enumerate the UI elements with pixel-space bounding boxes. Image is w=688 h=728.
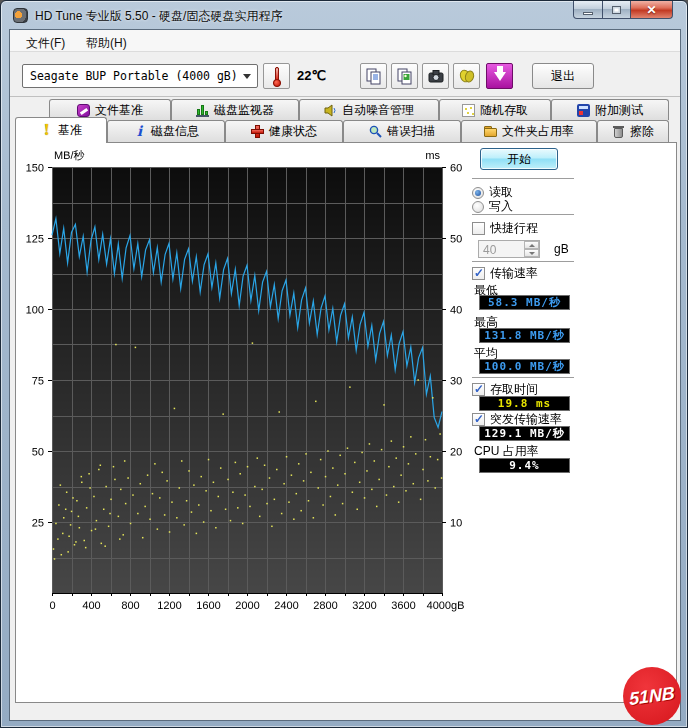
tab-folder-usage[interactable]: 文件夹占用率 [461, 120, 597, 142]
benchmark-chart [10, 145, 480, 625]
temperature-value: 22℃ [297, 68, 326, 83]
hand-button[interactable] [453, 63, 480, 89]
tab-extra-tests[interactable]: 附加测试 [551, 99, 669, 120]
tab-label: 磁盘信息 [151, 123, 199, 140]
tab-label: 基准 [58, 122, 82, 139]
tab-health[interactable]: 健康状态 [225, 120, 343, 142]
short-stroke-checkbox[interactable] [472, 222, 485, 235]
tab-label: 附加测试 [595, 102, 643, 119]
spin-up-button[interactable] [524, 241, 539, 249]
speaker-icon [324, 104, 337, 117]
magnifier-icon [369, 125, 382, 138]
minimize-icon [583, 12, 593, 15]
max-value-display: 131.8 MB/秒 [479, 328, 570, 343]
copy-image-icon [392, 64, 417, 88]
drive-select[interactable]: Seagate BUP Portable (4000 gB) [22, 64, 258, 88]
tab-label: 文件基准 [95, 102, 143, 119]
menu-bar: 文件(F) 帮助(H) [10, 30, 680, 52]
tab-label: 随机存取 [480, 102, 528, 119]
short-stroke-input[interactable]: 40 [478, 240, 540, 258]
app-icon [13, 8, 28, 23]
avg-value-display: 100.0 MB/秒 [479, 359, 570, 374]
tab-label: 健康状态 [269, 123, 317, 140]
tab-disk-monitor[interactable]: 磁盘监视器 [171, 99, 299, 120]
maximize-button[interactable] [603, 1, 631, 19]
menu-file[interactable]: 文件(F) [20, 33, 71, 54]
window-title: HD Tune 专业版 5.50 - 硬盘/固态硬盘实用程序 [35, 8, 282, 25]
menu-help[interactable]: 帮助(H) [80, 33, 133, 54]
transfer-rate-checkbox[interactable] [472, 267, 485, 280]
tab-label: 磁盘监视器 [214, 102, 274, 119]
short-stroke-unit: gB [554, 242, 569, 256]
calculator-icon [577, 104, 590, 117]
radio-write-row[interactable]: 写入 [472, 198, 513, 215]
title-bar[interactable]: HD Tune 专业版 5.50 - 硬盘/固态硬盘实用程序 ✕ [1, 1, 687, 29]
51nb-logo: 51NB [623, 667, 681, 725]
min-value-display: 58.3 MB/秒 [479, 295, 570, 310]
separator [472, 178, 574, 180]
client-area: 文件(F) 帮助(H) Seagate BUP Portable (4000 g… [9, 29, 681, 721]
access-time-checkbox[interactable] [472, 383, 485, 396]
trash-icon [612, 125, 625, 138]
chevron-down-icon [243, 74, 251, 79]
app-window: HD Tune 专业版 5.50 - 硬盘/固态硬盘实用程序 ✕ 文件(F) 帮… [0, 0, 688, 728]
separator [472, 377, 574, 379]
short-stroke-label: 快捷行程 [490, 220, 538, 237]
random-access-icon [462, 104, 475, 117]
tab-label: 擦除 [630, 123, 654, 140]
maximize-icon [612, 6, 621, 14]
tab-label: 错误扫描 [387, 123, 435, 140]
benchmark-icon: ! [40, 124, 53, 137]
tab-label: 文件夹占用率 [502, 123, 574, 140]
screenshot-button[interactable] [422, 63, 449, 89]
read-radio[interactable] [472, 187, 484, 199]
cpu-usage-display: 9.4% [479, 458, 570, 473]
51nb-logo-text: 51NB [629, 682, 675, 710]
burst-rate-display: 129.1 MB/秒 [479, 426, 570, 441]
burst-rate-checkbox[interactable] [472, 413, 485, 426]
close-icon: ✕ [646, 2, 656, 18]
close-button[interactable]: ✕ [631, 1, 673, 19]
health-cross-icon [251, 125, 264, 138]
start-button[interactable]: 开始 [480, 148, 558, 170]
tab-random-access[interactable]: 随机存取 [439, 99, 551, 120]
write-radio[interactable] [472, 201, 484, 213]
separator [472, 214, 574, 216]
down-arrow-icon [487, 64, 512, 88]
copy-text-icon [361, 64, 386, 88]
short-stroke-value: 40 [483, 243, 496, 257]
minimize-button[interactable] [573, 1, 603, 19]
transfer-rate-row[interactable]: 传输速率 [472, 265, 538, 282]
write-label: 写入 [489, 198, 513, 215]
short-stroke-spinner: 40 gB [478, 240, 569, 258]
copy-text-button[interactable] [360, 63, 387, 89]
tab-benchmark[interactable]: ! 基准 [15, 117, 107, 143]
short-stroke-row[interactable]: 快捷行程 [472, 220, 538, 237]
exit-button[interactable]: 退出 [532, 63, 594, 89]
tab-error-scan[interactable]: 错误扫描 [343, 120, 461, 142]
folder-icon [484, 125, 497, 138]
tab-erase[interactable]: 擦除 [597, 120, 669, 142]
copy-image-button[interactable] [391, 63, 418, 89]
tab-disk-info[interactable]: i 磁盘信息 [107, 120, 225, 142]
file-benchmark-icon [77, 104, 90, 117]
camera-icon [423, 64, 448, 88]
hand-icon [454, 64, 479, 88]
tab-aam[interactable]: 自动噪音管理 [299, 99, 439, 120]
tab-label: 自动噪音管理 [342, 102, 414, 119]
disk-monitor-icon [196, 104, 209, 117]
info-icon: i [133, 125, 146, 138]
thermometer-icon [273, 67, 281, 86]
separator [472, 261, 574, 263]
temperature-button[interactable] [263, 63, 290, 89]
access-time-display: 19.8 ms [479, 396, 570, 411]
drive-select-value: Seagate BUP Portable (4000 gB) [30, 69, 238, 83]
spin-down-button[interactable] [524, 249, 539, 257]
toolbar: Seagate BUP Portable (4000 gB) 22℃ [10, 53, 680, 97]
download-button[interactable] [486, 63, 513, 89]
transfer-rate-label: 传输速率 [490, 265, 538, 282]
